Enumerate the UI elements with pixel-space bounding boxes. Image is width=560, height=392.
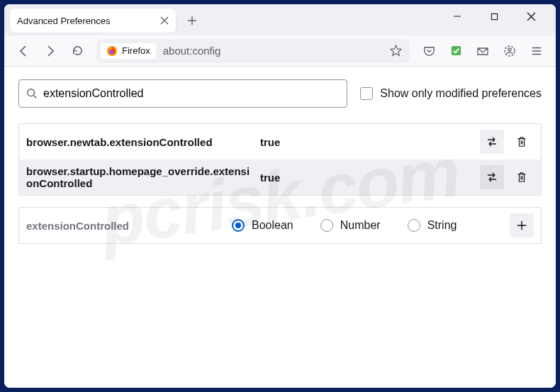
svg-point-2 [109, 50, 113, 54]
url-bar[interactable]: Firefox [96, 39, 410, 63]
pref-name: browser.startup.homepage_override.extens… [26, 165, 254, 189]
pref-name: browser.newtab.extensionControlled [26, 136, 254, 148]
pref-row: browser.startup.homepage_override.extens… [19, 159, 541, 195]
type-radio-group: Boolean Number String [232, 219, 504, 232]
url-input[interactable] [156, 45, 386, 57]
new-tab-button[interactable] [181, 10, 203, 31]
firefox-icon [106, 45, 118, 57]
pref-value: true [260, 136, 474, 148]
pref-row: browser.newtab.extensionControlled true [19, 124, 541, 159]
search-icon [26, 88, 38, 99]
pocket-button[interactable] [417, 39, 441, 63]
maximize-button[interactable] [483, 6, 505, 27]
trash-icon [516, 136, 527, 147]
radio-icon [408, 219, 420, 232]
toggle-button[interactable] [480, 130, 504, 154]
new-pref-row: extensionControlled Boolean Number Strin… [18, 207, 542, 244]
radio-boolean[interactable]: Boolean [232, 219, 293, 232]
bookmark-star-icon[interactable] [386, 39, 405, 63]
minimize-button[interactable] [447, 6, 468, 27]
radio-number[interactable]: Number [320, 219, 381, 232]
extension-button[interactable] [444, 39, 468, 63]
radio-icon [232, 219, 245, 232]
inbox-button[interactable] [471, 39, 495, 63]
svg-point-6 [28, 89, 35, 96]
account-button[interactable] [498, 39, 522, 63]
show-modified-checkbox[interactable]: Show only modified preferences [360, 87, 542, 100]
about-config-content: Show only modified preferences browser.n… [4, 67, 556, 388]
pref-search-input[interactable] [38, 87, 340, 100]
svg-point-5 [508, 48, 511, 51]
toggle-icon [486, 171, 498, 184]
close-tab-icon[interactable] [160, 16, 169, 25]
new-pref-name: extensionControlled [26, 220, 226, 232]
tab-advanced-preferences[interactable]: Advanced Preferences [10, 9, 176, 33]
svg-rect-0 [491, 13, 497, 19]
tab-title: Advanced Preferences [17, 16, 111, 26]
add-pref-button[interactable] [510, 213, 534, 237]
plus-icon [516, 220, 527, 231]
toggle-icon [486, 135, 498, 148]
checkbox-label: Show only modified preferences [380, 87, 542, 100]
radio-string[interactable]: String [408, 219, 457, 232]
reload-button[interactable] [65, 39, 89, 63]
svg-rect-3 [451, 46, 460, 55]
app-menu-button[interactable] [525, 39, 549, 63]
tab-bar: Advanced Preferences [4, 4, 556, 35]
forward-button[interactable] [38, 39, 62, 63]
pref-value: true [260, 172, 474, 184]
delete-button[interactable] [510, 130, 534, 154]
identity-box[interactable]: Firefox [101, 43, 156, 59]
close-window-button[interactable] [520, 6, 542, 27]
pref-table: browser.newtab.extensionControlled true … [18, 123, 542, 196]
pref-search-box[interactable] [18, 79, 347, 108]
toggle-button[interactable] [480, 165, 504, 189]
trash-icon [516, 172, 527, 183]
delete-button[interactable] [510, 165, 534, 189]
checkbox-icon [360, 87, 373, 100]
nav-toolbar: Firefox [4, 35, 556, 67]
back-button[interactable] [11, 39, 35, 63]
radio-icon [320, 219, 333, 232]
identity-label: Firefox [122, 45, 150, 56]
